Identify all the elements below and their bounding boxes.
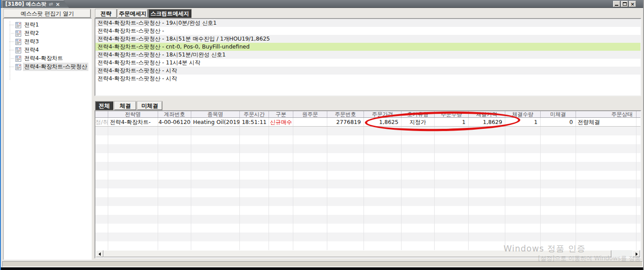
window-title: [3180] 예스스팟 [5,1,46,8]
col-header-original-order: 원주문 [293,111,327,117]
tree-item-label: 전략2 [23,29,40,38]
close-icon: × [629,1,636,7]
tree-item-label: 전략4 [23,46,40,54]
script-message-list: 전략4-확장차트-스팟청산 - 19시0분/완성 신호1 전략4-확장차트-스팟… [95,18,641,96]
window-controls: × [613,1,636,7]
col-header-unfilled: 미체결 [541,111,576,117]
cell-order-qty: 1 [435,118,469,127]
table-body: 정/취 전략4-확장차트- 4-00-06120 Heating Oil(201… [95,118,640,251]
list-item[interactable]: 전략4-확장차트-스팟청산 - 18시51분 매수진입 / 1개HOU19/1,… [95,35,640,43]
col-header-fill-price: 체결가격 [469,111,505,117]
col-header-order-status: 주문상태 [576,111,636,117]
strategy-tree: 전략1 전략2 전략3 전략4 전략4-확장차트 전략4-확장차트-스팟청산 [3,18,92,260]
script-file-icon [15,22,21,28]
col-header-cancel [95,111,108,117]
col-header-strategy-name: 전략명 [108,111,158,117]
col-header-account-no: 계좌번호 [158,111,191,117]
tree-item-label: 전략1 [23,21,40,29]
app-window: [3180] 예스스팟 ⇄ × × 예스스팟 편집기 열기 전략1 전략2 전략… [0,0,644,270]
tree-item-label: 전략4-확장차트-스팟청산 [23,63,88,71]
col-header-order-time: 주문시간 [240,111,269,117]
tree-item-strategy4[interactable]: 전략4 [4,46,91,54]
cell-order-no: 2776819 [327,118,364,127]
table-header-row: 전략명 계좌번호 종목명 주문시간 구분 원주문 주문번호 주문가격 호가유형 … [95,111,640,118]
maximize-icon [623,2,627,6]
cell-account-no: 4-00-06120 [158,118,191,127]
tree-item-strategy1[interactable]: 전략1 [4,21,91,29]
tab-all-orders[interactable]: 전체 [95,101,113,110]
minimize-icon [615,5,618,6]
col-header-order-qty: 주문수량 [435,111,469,117]
tab-strategy[interactable]: 전략 [95,9,117,18]
tab-script-message[interactable]: 스크립트메세지 [148,9,191,18]
list-item[interactable]: 전략4-확장차트-스팟청산 - 11시4분 시작 [95,59,640,67]
col-header-order-no: 주문번호 [327,111,364,117]
list-item[interactable]: 전략4-확장차트-스팟청산 - 시작 [95,67,640,75]
cell-price-type: 지정가 [402,118,435,127]
script-file-icon [15,30,21,37]
col-header-order-price: 주문가격 [364,111,402,117]
scroll-left-icon [98,252,101,256]
col-header-type: 구분 [269,111,293,117]
tree-item-label: 전략3 [23,38,40,46]
tree-item-strategy2[interactable]: 전략2 [4,29,91,38]
tab-close-icon[interactable]: × [56,1,60,8]
list-item[interactable]: 전략4-확장차트-스팟청산 - [95,27,640,35]
tab-unfilled[interactable]: 미체결 [137,101,162,110]
tree-item-strategy3[interactable]: 전략3 [4,38,91,46]
close-button[interactable]: × [629,1,636,7]
cell-original-order [293,118,327,127]
swap-arrows-icon[interactable]: ⇄ [49,1,53,7]
list-item[interactable]: 전략4-확장차트-스팟청산 - 시작 [95,75,640,82]
script-file-icon [15,64,21,70]
maximize-button[interactable] [621,1,628,7]
list-item-selected[interactable]: 전략4-확장차트-스팟청산 - cnt-0, Pos-0, BuyFill-un… [95,43,640,51]
list-item[interactable]: 전략4-확장차트-스팟청산 - 18시51분/미완성 신호1 [95,51,640,59]
minimize-button[interactable] [613,1,620,7]
col-header-fill-qty: 체결수량 [505,111,541,117]
windows-activation-watermark-line2: [설정]으로 이동하여 Windows를 정품 인증합 [538,255,644,262]
table-row[interactable]: 정/취 전략4-확장차트- 4-00-06120 Heating Oil(201… [95,118,640,127]
col-header-price-type: 호가유형 [402,111,435,117]
script-file-icon [15,47,21,53]
cell-strategy-name: 전략4-확장차트- [108,118,158,127]
cell-unfilled: 0 [541,118,576,127]
open-editor-button[interactable]: 예스스팟 편집기 열기 [4,9,91,18]
tab-filled[interactable]: 체결 [114,101,136,110]
cell-fill-qty: 1 [505,118,541,127]
col-header-symbol-name: 종목명 [191,111,240,117]
window-title-tab[interactable]: [3180] 예스스팟 ⇄ × [2,0,69,8]
cell-order-time: 18:51:11 [240,118,269,127]
tab-order-message[interactable]: 주문메세지 [118,9,148,18]
cell-type: 신규매수 [269,118,293,127]
cell-order-price: 1,8625 [364,118,402,127]
tree-item-strategy4-chart[interactable]: 전략4-확장차트 [4,54,91,63]
list-item[interactable]: 전략4-확장차트-스팟청산 - 19시0분/완성 신호1 [95,19,640,27]
title-bar: [3180] 예스스팟 ⇄ × × [1,0,643,8]
cell-fill-price: 1,8629 [469,118,505,127]
tree-item-strategy4-chart-spot[interactable]: 전략4-확장차트-스팟청산 [4,63,91,71]
cell-symbol-name: Heating Oil(2019.09) [191,118,240,127]
script-file-icon [15,56,21,62]
windows-activation-watermark: Windows 정품 인증 [504,243,586,255]
script-file-icon [15,39,21,45]
window-bottom-edge [1,267,644,270]
table-gridlines [95,118,640,251]
orders-table: 전략명 계좌번호 종목명 주문시간 구분 원주문 주문번호 주문가격 호가유형 … [95,110,641,259]
cell-order-status: 전량체결 [576,118,636,127]
cell-cancel[interactable]: 정/취 [95,118,108,127]
scroll-left-button[interactable] [96,250,103,257]
tree-item-label: 전략4-확장차트 [23,54,64,63]
